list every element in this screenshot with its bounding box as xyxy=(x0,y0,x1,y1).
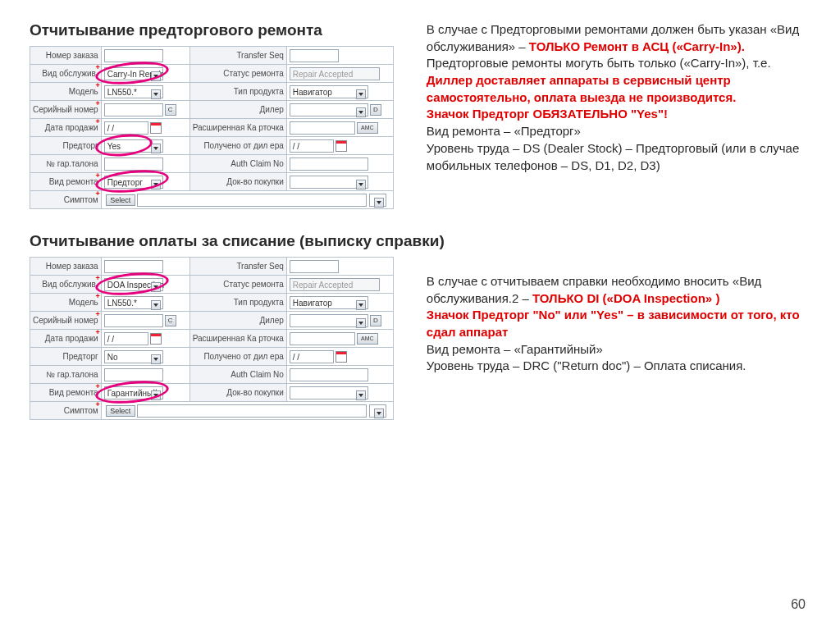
lbl-dealer: Дилер xyxy=(189,101,286,119)
lbl-proof: Док-во покупки xyxy=(189,173,286,191)
lbl-repair-type: Вид ремонта xyxy=(30,384,102,402)
btn-dealer-d[interactable]: D xyxy=(370,104,381,116)
field-ext-card[interactable] xyxy=(290,332,355,345)
field-transfer-seq[interactable] xyxy=(290,49,339,62)
lbl-serial: Серийный номер xyxy=(30,101,102,119)
field-received[interactable]: / / xyxy=(290,350,334,363)
lbl-order-no: Номер заказа xyxy=(30,258,102,276)
calendar-icon[interactable] xyxy=(336,140,347,152)
field-service-type[interactable]: Carry-In Repair xyxy=(104,67,163,80)
btn-amc[interactable]: AMC xyxy=(357,122,378,134)
lbl-prod-type: Тип продукта xyxy=(189,83,286,101)
field-proof[interactable] xyxy=(290,386,368,399)
btn-serial-c[interactable]: C xyxy=(165,315,176,326)
lbl-symptom: Симптом xyxy=(30,402,102,420)
btn-serial-c[interactable]: C xyxy=(165,104,176,116)
lbl-warr-card: № гар.талона xyxy=(30,366,102,384)
field-symptom-dd[interactable] xyxy=(369,194,386,207)
heading-1: Отчитывание предторгового ремонта xyxy=(30,21,394,39)
field-model[interactable]: LN550.* xyxy=(104,85,163,98)
field-received[interactable]: / / xyxy=(290,139,334,153)
lbl-dealer: Дилер xyxy=(189,312,286,330)
lbl-order-no: Номер заказа xyxy=(30,47,102,65)
lbl-service-type: Вид обслужив. xyxy=(30,276,102,294)
lbl-pretrade: Предторг xyxy=(30,348,102,366)
field-serial[interactable] xyxy=(104,314,163,327)
field-service-type[interactable]: DOA Inspection xyxy=(104,278,163,291)
lbl-sale-date: Дата продажи xyxy=(30,119,102,137)
btn-dealer-d[interactable]: D xyxy=(370,315,381,326)
field-order-no[interactable] xyxy=(104,49,163,62)
lbl-ext-card: Расширенная Ка рточка xyxy=(189,119,286,137)
lbl-model: Модель xyxy=(30,83,102,101)
lbl-received: Получено от дил ера xyxy=(189,137,286,155)
field-ext-card[interactable] xyxy=(290,121,355,135)
form-panel-1: Номер заказа Transfer Seq Вид обслужив. … xyxy=(30,46,394,209)
lbl-prod-type: Тип продукта xyxy=(189,294,286,312)
btn-symptom-select[interactable]: Select xyxy=(106,405,135,417)
field-repair-type-2[interactable]: Гарантийный xyxy=(104,386,163,399)
lbl-ext-card: Расширенная Ка рточка xyxy=(189,330,286,348)
field-dealer[interactable] xyxy=(290,103,368,116)
heading-2: Отчитывание оплаты за списание (выписку … xyxy=(30,232,810,250)
field-pretrade-1[interactable]: Yes xyxy=(104,139,163,153)
lbl-auth-claim: Auth Claim No xyxy=(189,366,286,384)
explanation-block-2: В случае с отчитываем справки необходимо… xyxy=(394,257,810,375)
field-sale-date[interactable]: / / xyxy=(104,121,148,135)
lbl-repair-status: Статус ремонта xyxy=(189,276,286,294)
lbl-received: Получено от дил ера xyxy=(189,348,286,366)
calendar-icon[interactable] xyxy=(150,333,162,345)
field-warr-card[interactable] xyxy=(104,368,163,381)
field-model[interactable]: LN550.* xyxy=(104,296,163,309)
field-auth-claim[interactable] xyxy=(290,158,368,171)
btn-symptom-select[interactable]: Select xyxy=(106,194,135,206)
field-order-no[interactable] xyxy=(104,260,163,273)
lbl-warr-card: № гар.талона xyxy=(30,155,102,173)
lbl-transfer-seq: Transfer Seq xyxy=(189,47,286,65)
explanation-block-1: В случае с Предторговыми ремонтами долже… xyxy=(394,21,810,174)
page-number: 60 xyxy=(791,597,806,612)
field-prod-type[interactable]: Навигатор xyxy=(290,85,368,98)
field-symptom-dd[interactable] xyxy=(369,404,386,418)
field-auth-claim[interactable] xyxy=(290,368,368,381)
calendar-icon[interactable] xyxy=(150,122,162,134)
field-pretrade-2[interactable]: No xyxy=(104,350,163,363)
field-proof[interactable] xyxy=(290,176,368,189)
field-symptom[interactable] xyxy=(137,404,367,418)
field-repair-type-1[interactable]: Предторг xyxy=(104,176,163,189)
lbl-auth-claim: Auth Claim No xyxy=(189,155,286,173)
field-warr-card[interactable] xyxy=(104,158,163,171)
lbl-proof: Док-во покупки xyxy=(189,384,286,402)
field-serial[interactable] xyxy=(104,103,163,116)
btn-amc[interactable]: AMC xyxy=(357,333,378,345)
lbl-pretrade: Предторг xyxy=(30,137,102,155)
lbl-repair-type: Вид ремонта xyxy=(30,173,102,191)
form-panel-2: Номер заказа Transfer Seq Вид обслужив. … xyxy=(30,257,394,420)
field-dealer[interactable] xyxy=(290,314,368,327)
field-repair-status: Repair Accepted xyxy=(290,278,380,291)
lbl-service-type: Вид обслужив. xyxy=(30,65,102,83)
lbl-transfer-seq: Transfer Seq xyxy=(189,258,286,276)
field-sale-date[interactable]: / / xyxy=(104,332,148,345)
lbl-serial: Серийный номер xyxy=(30,312,102,330)
calendar-icon[interactable] xyxy=(336,351,347,363)
field-symptom[interactable] xyxy=(137,194,367,207)
lbl-model: Модель xyxy=(30,294,102,312)
field-prod-type[interactable]: Навигатор xyxy=(290,296,368,309)
lbl-sale-date: Дата продажи xyxy=(30,330,102,348)
field-repair-status: Repair Accepted xyxy=(290,67,380,80)
field-transfer-seq[interactable] xyxy=(290,260,339,273)
lbl-repair-status: Статус ремонта xyxy=(189,65,286,83)
lbl-symptom: Симптом xyxy=(30,191,102,209)
